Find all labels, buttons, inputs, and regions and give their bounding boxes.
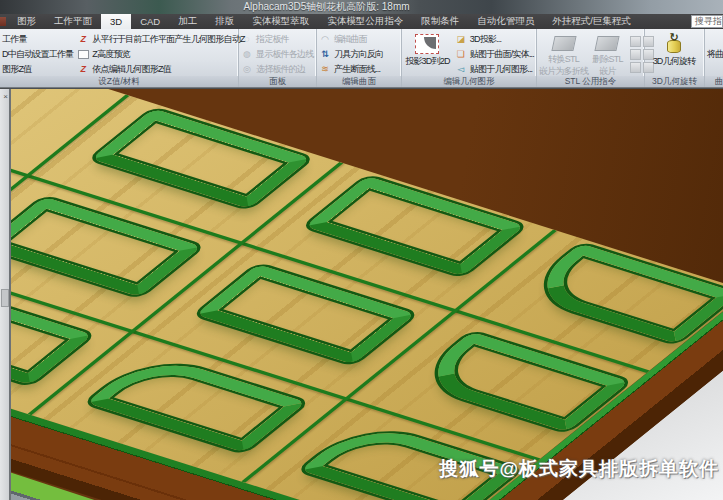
map-geometry-icon: ◅ <box>455 64 467 76</box>
ribbon-group-3d-rotate: ↻ 3D几何旋转 3D几何旋转 <box>645 29 705 87</box>
btn-z-height-preview[interactable]: Z高度预览 <box>77 47 244 62</box>
btn-edit-z-by-point[interactable]: Z 依点编辑几何图形Z值 <box>77 62 244 77</box>
stl-tool-icon-1[interactable] <box>630 36 641 47</box>
title-bar: Alphacam3D5轴刨花机高阶版: 18mm <box>0 0 723 14</box>
edit-z-icon: Z <box>77 64 89 76</box>
door-groove <box>86 352 306 452</box>
group-label-panel: 面板 <box>239 76 316 87</box>
auto-z-icon: Z <box>77 34 89 46</box>
btn-auto-work-volume-cad[interactable]: D中自动设置工作量 <box>2 47 73 62</box>
collapsed-side-panel[interactable]: × <box>0 89 11 500</box>
tab-3d[interactable]: 3D <box>101 14 131 29</box>
panel-drag-handle[interactable] <box>1 289 9 307</box>
menu-bar: 图形 工作平面 3D CAD 加工 排版 实体模型萃取 实体模型公用指令 限制条… <box>0 14 723 29</box>
btn-map-to-geometry[interactable]: ◅ 贴图于几何图形... <box>455 62 534 77</box>
z-preview-icon <box>77 49 89 61</box>
ribbon-group-surface: 将曲面 曲面 <box>705 29 723 87</box>
door-groove <box>518 243 723 343</box>
tab-machining[interactable]: 加工 <box>169 14 206 29</box>
ribbon-group-z-material: 工作量 D中自动设置工作量 图形Z值 Z 从平行于目前工作平面产生几何图形自动Z… <box>0 29 239 87</box>
delete-stl-icon <box>595 36 620 51</box>
btn-convert-stl-facets[interactable]: 转换STL 嵌片为多折线 <box>539 32 588 76</box>
tab-cad[interactable]: CAD <box>131 14 169 29</box>
ribbon: 工作量 D中自动设置工作量 图形Z值 Z 从平行于目前工作平面产生几何图形自动Z… <box>0 29 723 88</box>
convert-stl-icon <box>551 36 576 51</box>
group-label-stl: STL 公用指令 <box>537 76 644 87</box>
door-groove <box>0 197 202 297</box>
ribbon-group-edit-surface: ◠ 编辑曲面 ⇅ 刀具方向反向 ≋ 产生断面线... 编辑曲面 <box>317 29 402 87</box>
stl-tool-icon-3[interactable] <box>630 49 641 60</box>
tab-solid-common[interactable]: 实体模型公用指令 <box>318 14 412 29</box>
close-icon[interactable]: × <box>1 92 10 102</box>
app-menu-icon[interactable] <box>0 17 6 26</box>
btn-3d-projection[interactable]: ◪ 3D投影... <box>455 32 534 47</box>
section-lines-icon: ≋ <box>319 64 331 76</box>
btn-edit-surface[interactable]: ◠ 编辑曲面 <box>319 32 399 47</box>
group-label-z-material: 设Z值/材料 <box>0 76 238 87</box>
group-label-3d-rotate: 3D几何旋转 <box>645 76 704 87</box>
btn-delete-stl-facets[interactable]: 删除STL 嵌片 <box>592 32 623 76</box>
tab-workplane[interactable]: 工作平面 <box>45 14 101 29</box>
rotate-3d-icon: ↻ <box>666 34 682 54</box>
btn-geometry-z-value[interactable]: 图形Z值 <box>2 62 73 77</box>
tab-solid-extract[interactable]: 实体模型萃取 <box>243 14 318 29</box>
stl-tool-icon-5[interactable] <box>630 62 641 73</box>
tab-graphics[interactable]: 图形 <box>8 14 45 29</box>
btn-auto-z-from-workplane[interactable]: Z 从平行于目前工作平面产生几何图形自动Z <box>77 32 244 47</box>
map-surface-icon: ❏ <box>455 49 467 61</box>
tab-automation-manager[interactable]: 自动化管理员 <box>468 14 543 29</box>
btn-project-3d-to-2d[interactable]: 投影3D到2D <box>404 32 451 77</box>
reverse-direction-icon: ⇅ <box>319 49 331 61</box>
watermark-text: 搜狐号@板式家具排版拆单软件 <box>439 456 719 482</box>
ribbon-group-stl: 转换STL 嵌片为多折线 删除STL 嵌片 STL 公用指令 <box>537 29 645 87</box>
command-search-input[interactable]: 搜寻指令 <box>691 15 723 28</box>
btn-surface-cut[interactable]: 将曲面 <box>707 47 723 62</box>
tab-constraints[interactable]: 限制条件 <box>412 14 468 29</box>
door-groove <box>0 285 93 385</box>
btn-reverse-tool-direction[interactable]: ⇅ 刀具方向反向 <box>319 47 399 62</box>
btn-3d-geometry-rotate[interactable]: ↻ 3D几何旋转 <box>647 32 701 66</box>
projection-3d-icon: ◪ <box>455 34 467 46</box>
door-groove <box>91 108 311 208</box>
ribbon-group-edit-geometry: 投影3D到2D ◪ 3D投影... ❏ 贴图于曲面/实体... ◅ 贴图于几何图… <box>402 29 537 87</box>
viewport-3d[interactable]: × 搜狐号@板式家具排版拆单软件 <box>0 88 723 500</box>
btn-show-panel-edges[interactable]: ◍ 显示板件各边线 <box>241 47 314 62</box>
window-title: Alphacam3D5轴刨花机高阶版: 18mm <box>243 0 409 14</box>
group-label-surface: 曲面 <box>705 76 723 87</box>
assign-panel-icon: ◌ <box>241 34 253 46</box>
show-edges-icon: ◍ <box>241 49 253 61</box>
door-groove <box>305 176 525 276</box>
btn-create-section-lines[interactable]: ≋ 产生断面线... <box>319 62 399 77</box>
edit-surface-icon: ◠ <box>319 34 331 46</box>
door-groove <box>196 264 416 364</box>
project-3d-2d-icon <box>415 34 439 54</box>
btn-assign-panel[interactable]: ◌ 指定板件 <box>241 32 314 47</box>
btn-map-to-surface-solid[interactable]: ❏ 贴图于曲面/实体... <box>455 47 534 62</box>
btn-select-panel-edge[interactable]: ◎ 选择板件的边 <box>241 62 314 77</box>
btn-work-volume[interactable]: 工作量 <box>2 32 73 47</box>
group-label-edit-surface: 编辑曲面 <box>317 76 401 87</box>
ribbon-group-panel: ◌ 指定板件 ◍ 显示板件各边线 ◎ 选择板件的边 面板 <box>239 29 317 87</box>
tab-nesting[interactable]: 排版 <box>206 14 243 29</box>
tab-addins-macros[interactable]: 外挂程式/巨集程式 <box>543 14 640 29</box>
group-label-edit-geometry: 编辑几何图形 <box>402 76 536 87</box>
select-edge-icon: ◎ <box>241 64 253 76</box>
